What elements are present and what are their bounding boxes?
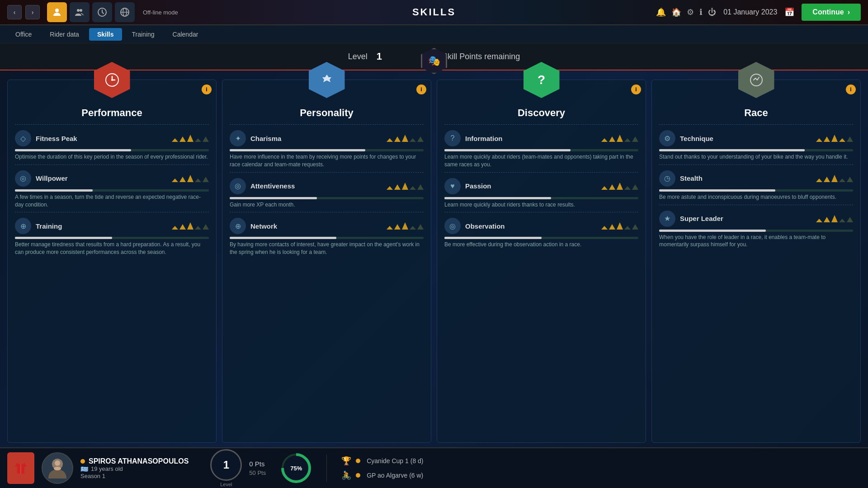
personality-title: Personality	[230, 107, 424, 119]
info-icon[interactable]: ℹ	[699, 7, 703, 17]
attentiveness-desc: Gain more XP each month.	[230, 201, 424, 209]
date-display: 01 January 2023	[723, 8, 777, 16]
stealth-desc: Be more astute and inconspicuous during …	[659, 193, 853, 201]
skill-passion: ♥ Passion Learn more quickly about rider…	[444, 172, 638, 212]
attentiveness-stars	[387, 183, 424, 190]
passion-name: Passion	[465, 182, 491, 190]
skill-training: ⊕ Training Better manage tiredness that …	[15, 212, 209, 260]
rider-info: SPIROS ATHANASOPOULOS 🇬🇷 19 years old Se…	[80, 457, 189, 479]
observation-icon: ◎	[444, 218, 461, 234]
attentiveness-icon: ◎	[230, 178, 246, 194]
performance-info-button[interactable]: i	[202, 84, 212, 94]
svg-point-11	[55, 460, 60, 466]
skill-network: ⊕ Network By having more contacts of int…	[230, 212, 424, 260]
race-item-1: 🏆 Cyanide Cup 1 (8 d)	[341, 456, 423, 466]
top-bar: ‹ ›	[0, 0, 868, 25]
charisma-stars	[387, 135, 424, 142]
fitness-peak-name: Fitness Peak	[36, 135, 77, 142]
observation-name: Observation	[465, 222, 505, 230]
personality-info-button[interactable]: i	[416, 84, 426, 94]
subnav-training[interactable]: Training	[124, 28, 163, 41]
nav-icon-rider[interactable]	[47, 2, 67, 22]
race-info-button[interactable]: i	[846, 84, 856, 94]
subnav-skills[interactable]: Skills	[89, 28, 122, 41]
network-desc: By having more contacts of interest, hav…	[230, 241, 424, 256]
nav-forward-button[interactable]: ›	[25, 5, 40, 19]
pts-info: 0 Pts 50 Pts	[249, 460, 266, 476]
charisma-desc: Have more influence in the team by recei…	[230, 153, 424, 169]
passion-desc: Learn more quickly about riders thanks t…	[444, 201, 638, 209]
technique-stars	[816, 135, 853, 142]
skill-observation: ◎ Observation Be more effective during t…	[444, 212, 638, 252]
stealth-name: Stealth	[680, 174, 703, 182]
skill-willpower: ◎ Willpower A few times in a season, tur…	[15, 164, 209, 212]
nav-icon-clock[interactable]	[92, 2, 112, 22]
skill-super-leader: ★ Super Leader When you have the role of…	[659, 205, 853, 253]
observation-stars	[601, 222, 638, 230]
home-icon[interactable]: 🏠	[671, 7, 681, 17]
card-performance: i Performance ◇ Fitness Peak Optimis	[7, 80, 217, 443]
charisma-name: Charisma	[250, 135, 281, 142]
rider-photo	[42, 452, 73, 484]
bell-icon[interactable]: 🔔	[656, 7, 666, 17]
network-stars	[387, 222, 424, 230]
training-icon: ⊕	[15, 218, 31, 234]
training-name: Training	[36, 222, 62, 230]
progress-percent: 75%	[290, 465, 302, 472]
super-leader-stars	[816, 215, 853, 222]
current-pts: 0 Pts	[249, 460, 266, 468]
willpower-name: Willpower	[36, 174, 68, 182]
discovery-info-button[interactable]: i	[631, 84, 641, 94]
rider-season: Season 1	[80, 473, 189, 479]
bottom-divider	[326, 455, 327, 482]
subnav-office[interactable]: Office	[7, 28, 40, 41]
attentiveness-name: Attentiveness	[250, 182, 295, 190]
bottom-bar: SPIROS ATHANASOPOULOS 🇬🇷 19 years old Se…	[0, 447, 868, 488]
page-title: SKILLS	[412, 6, 456, 18]
card-race: i Race ⚙ Technique Stand out thanks	[651, 80, 861, 443]
super-leader-icon: ★	[659, 211, 675, 227]
technique-name: Technique	[680, 135, 713, 142]
observation-desc: Be more effective during the observation…	[444, 241, 638, 249]
settings-icon[interactable]: ⚙	[687, 7, 694, 17]
information-stars	[601, 135, 638, 142]
main-content: i Performance ◇ Fitness Peak Optimis	[0, 70, 868, 447]
willpower-stars	[172, 175, 209, 182]
skill-information: ? Information Learn more quickly about r…	[444, 124, 638, 172]
svg-point-12	[54, 467, 61, 470]
continue-button[interactable]: Continue ›	[802, 4, 861, 21]
subnav-rider-data[interactable]: Rider data	[42, 28, 87, 41]
skill-charisma: ✦ Charisma Have more influence in the te…	[230, 124, 424, 172]
information-name: Information	[465, 135, 503, 142]
skill-technique: ⚙ Technique Stand out thanks to your und…	[659, 124, 853, 164]
skill-fitness-peak: ◇ Fitness Peak Optimise the duration of …	[15, 124, 209, 164]
passion-stars	[601, 183, 638, 190]
bottom-level-circle: 1	[210, 449, 242, 481]
svg-point-8	[111, 79, 113, 81]
card-discovery: ? i Discovery ? Information	[437, 80, 646, 443]
subnav-calendar[interactable]: Calendar	[165, 28, 207, 41]
svg-point-2	[80, 9, 82, 12]
calendar-icon[interactable]: 📅	[784, 7, 794, 17]
race-info: 🏆 Cyanide Cup 1 (8 d) 🚴 GP ao Algarve (6…	[341, 456, 423, 480]
nav-icon-globe[interactable]	[115, 2, 135, 22]
charisma-icon: ✦	[230, 130, 246, 146]
sub-nav: Office Rider data Skills Training Calend…	[0, 25, 868, 43]
information-icon: ?	[444, 130, 461, 146]
willpower-icon: ◎	[15, 170, 31, 187]
card-personality: i Personality ✦ Charisma Have more i	[222, 80, 431, 443]
performance-title: Performance	[15, 107, 209, 119]
power-icon[interactable]: ⏻	[708, 8, 716, 17]
training-desc: Better manage tiredness that results fro…	[15, 241, 209, 256]
level-circle-area: 1 Level 0 Pts 50 Pts 75%	[210, 449, 312, 487]
race-item-2: 🚴 GP ao Algarve (6 w)	[341, 470, 423, 480]
willpower-desc: A few times in a season, turn the tide a…	[15, 193, 209, 209]
fitness-peak-icon: ◇	[15, 130, 31, 146]
nav-icons	[47, 2, 135, 22]
nav-icon-group[interactable]	[70, 2, 90, 22]
information-desc: Learn more quickly about riders (team-ma…	[444, 153, 638, 169]
nav-back-button[interactable]: ‹	[7, 5, 22, 19]
nav-left: ‹ ›	[7, 2, 178, 22]
training-stars	[172, 222, 209, 230]
stealth-stars	[816, 175, 853, 182]
